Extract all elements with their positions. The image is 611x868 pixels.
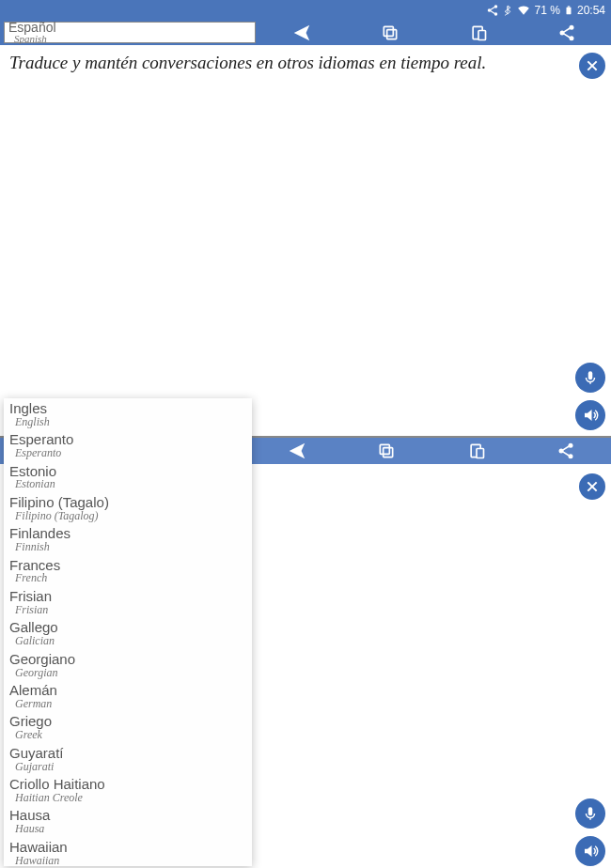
- speaker-icon: [582, 843, 599, 860]
- language-option[interactable]: GeorgianoGeorgian: [4, 649, 252, 680]
- svg-rect-12: [588, 371, 593, 380]
- language-option-primary: Hausa: [9, 808, 246, 823]
- paste-icon[interactable]: [468, 23, 489, 43]
- language-option[interactable]: InglesEnglish: [4, 398, 252, 429]
- language-option-secondary: French: [15, 572, 246, 584]
- svg-rect-3: [566, 8, 571, 15]
- language-option-secondary: Galician: [15, 635, 246, 647]
- language-option-secondary: Greek: [15, 729, 246, 741]
- language-option-primary: Hawaiian: [9, 840, 246, 855]
- clock: 20:54: [577, 4, 605, 17]
- source-language-primary: Español: [8, 21, 251, 34]
- svg-rect-5: [387, 30, 397, 39]
- svg-rect-20: [588, 807, 593, 815]
- top-toolbar-icons: [258, 21, 611, 45]
- language-option-primary: Finlandes: [9, 526, 246, 541]
- language-option-primary: Ingles: [9, 401, 246, 416]
- mid-toolbar-icons: [252, 441, 611, 461]
- language-option-primary: Frisian: [9, 589, 246, 604]
- source-fab-stack: [575, 363, 605, 430]
- language-dropdown[interactable]: InglesEnglishEsperantoEsperantoEstonioEs…: [4, 398, 252, 866]
- language-option[interactable]: Criollo HaitianoHaitian Creole: [4, 774, 252, 805]
- language-option[interactable]: FrisianFrisian: [4, 586, 252, 617]
- source-text: Traduce y mantén conversaciones en otros…: [9, 53, 536, 73]
- language-option-primary: Alemán: [9, 683, 246, 698]
- language-option-primary: Guyaratí: [9, 746, 246, 761]
- language-option-secondary: Gujarati: [15, 761, 246, 773]
- language-option-primary: Griego: [9, 714, 246, 729]
- mic-icon: [582, 369, 599, 386]
- svg-rect-14: [381, 444, 390, 454]
- language-option-secondary: Hausa: [15, 823, 246, 835]
- language-option-primary: Frances: [9, 558, 246, 573]
- language-option-secondary: Hawaiian: [15, 855, 246, 866]
- close-icon: [585, 58, 600, 73]
- mic-button-top[interactable]: [575, 363, 605, 393]
- language-option-primary: Esperanto: [9, 432, 246, 447]
- top-toolbar: Español Spanish: [0, 21, 611, 45]
- mic-button-bottom[interactable]: [575, 798, 605, 829]
- source-language-selector[interactable]: Español Spanish: [4, 22, 256, 43]
- speaker-icon: [582, 407, 599, 424]
- paste-icon-mid[interactable]: [466, 441, 487, 461]
- language-option-secondary: Estonian: [15, 478, 246, 490]
- send-icon-mid[interactable]: [287, 441, 307, 461]
- clear-target-button[interactable]: [579, 473, 605, 500]
- share-icon-mid[interactable]: [556, 441, 576, 461]
- language-option[interactable]: FinlandesFinnish: [4, 523, 252, 554]
- language-option[interactable]: EstonioEstonian: [4, 461, 252, 492]
- language-option-secondary: Frisian: [15, 604, 246, 616]
- wifi-icon: [516, 4, 531, 17]
- language-option[interactable]: FrancesFrench: [4, 555, 252, 586]
- language-option-primary: Filipino (Tagalo): [9, 495, 246, 510]
- copy-icon-mid[interactable]: [376, 441, 397, 461]
- battery-percent: 71 %: [535, 4, 560, 17]
- speaker-button-bottom[interactable]: [575, 836, 605, 866]
- share-status-icon: [486, 4, 499, 17]
- language-option-primary: Criollo Haitiano: [9, 777, 246, 792]
- status-bar: 71 % 20:54: [0, 0, 611, 21]
- language-option-primary: Georgiano: [9, 652, 246, 667]
- language-option-secondary: German: [15, 698, 246, 710]
- language-option-primary: Gallego: [9, 620, 246, 635]
- svg-rect-8: [478, 31, 486, 40]
- svg-rect-16: [477, 449, 484, 458]
- target-fab-stack: [575, 798, 605, 866]
- language-option[interactable]: GallegoGalician: [4, 617, 252, 648]
- language-option-primary: Estonio: [9, 464, 246, 479]
- svg-rect-4: [568, 6, 571, 7]
- send-icon[interactable]: [291, 23, 312, 43]
- language-option[interactable]: Filipino (Tagalo)Filipino (Tagalog): [4, 492, 252, 523]
- source-language-secondary: Spanish: [14, 34, 251, 44]
- share-icon[interactable]: [556, 23, 577, 43]
- language-option-secondary: English: [15, 416, 246, 428]
- language-option-secondary: Filipino (Tagalog): [15, 510, 246, 522]
- svg-rect-13: [384, 448, 393, 457]
- source-text-pane[interactable]: Traduce y mantén conversaciones en otros…: [0, 45, 611, 436]
- language-option[interactable]: AlemánGerman: [4, 680, 252, 711]
- mic-icon: [582, 805, 599, 822]
- language-option[interactable]: EsperantoEsperanto: [4, 429, 252, 460]
- speaker-button-top[interactable]: [575, 400, 605, 430]
- close-icon: [585, 479, 600, 494]
- bluetooth-icon: [503, 4, 512, 17]
- language-option[interactable]: HawaiianHawaiian: [4, 837, 252, 866]
- language-option-secondary: Finnish: [15, 541, 246, 553]
- clear-source-button[interactable]: [579, 53, 605, 79]
- language-option-secondary: Georgian: [15, 667, 246, 679]
- language-option[interactable]: HausaHausa: [4, 805, 252, 836]
- language-option-secondary: Esperanto: [15, 447, 246, 459]
- copy-icon[interactable]: [380, 23, 400, 43]
- battery-icon: [564, 4, 573, 17]
- svg-rect-6: [384, 26, 393, 36]
- language-option[interactable]: GuyaratíGujarati: [4, 743, 252, 774]
- language-option-secondary: Haitian Creole: [15, 792, 246, 804]
- language-option[interactable]: GriegoGreek: [4, 711, 252, 742]
